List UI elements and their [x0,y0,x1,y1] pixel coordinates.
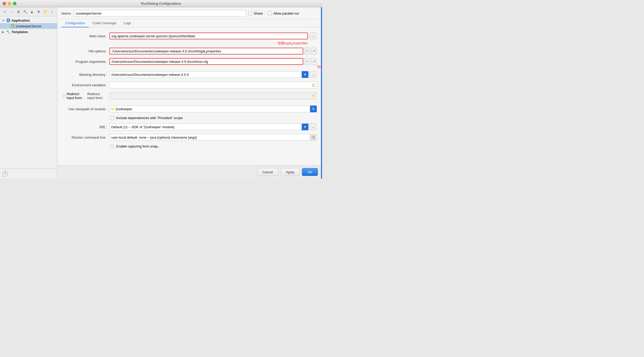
cancel-button[interactable]: Cancel [257,168,278,176]
tree-item-application[interactable]: ▼ A Application [0,17,57,23]
include-dependencies-checkbox[interactable] [110,116,114,120]
redirect-input-browse-button[interactable]: 📁 [310,93,317,99]
working-directory-label: Working directory: [63,73,109,77]
expand-arrow-templates: ▶ [2,30,5,33]
env-variables-row: Environment variables: 📋 [63,82,317,88]
working-directory-wrapper: ▼ [109,71,308,78]
jre-browse-button[interactable]: ... [309,124,317,130]
templates-label: Templates [11,30,28,34]
jre-label: JRE: [63,125,109,129]
enable-capturing-row: Enable capturing form snap... [110,144,317,148]
bottom-buttons: Cancel Apply OK [57,165,322,178]
right-panel: Name: Share Allow parallel run Configura… [57,7,322,178]
tab-code-coverage[interactable]: Code Coverage [89,19,120,27]
shorten-cmd-row: Shorten command line: ⇅ [63,134,317,141]
help-icon: ? [4,172,6,175]
share-area: Share Allow parallel run [249,11,299,15]
redirect-input-checkbox[interactable] [63,94,65,98]
jre-row: JRE: ▼ ... [63,124,317,130]
module-folder-icon: 📁 [111,107,115,111]
include-dependencies-row: Include dependencies with "Provided" sco… [110,116,317,120]
vm-options-add-button[interactable]: + [304,48,310,54]
shorten-cmd-control: ⇅ [109,134,317,141]
allow-parallel-label: Allow parallel run [273,11,299,15]
enable-capturing-checkbox[interactable] [110,145,114,148]
working-directory-input[interactable] [109,71,308,78]
content-area: Main class: ... 加载log4j.properties VM op… [57,27,322,165]
run-config-icon: ▶ [10,24,15,28]
shorten-cmd-label: Shorten command line: [63,136,109,139]
jre-control: ▼ ... [109,124,317,130]
redirect-input-row: Redirect input from: Redirect input from… [63,92,317,100]
remove-configuration-button[interactable]: − [9,9,15,15]
tab-logs[interactable]: Logs [120,19,134,27]
annotation-log4j: 加载log4j.properties [277,41,307,46]
redirect-input-control: 📁 [109,93,317,99]
expand-arrow-application: ▼ [2,19,5,22]
application-label: Application [11,19,30,22]
classpath-module-control: 📁 ⇅ [109,106,317,112]
tab-configuration[interactable]: Configuration [61,19,89,27]
window-controls[interactable] [3,2,16,5]
program-arguments-input[interactable] [109,58,303,65]
env-variables-control: 📋 [109,82,317,88]
vm-options-expand-button[interactable]: ↗ [311,48,317,54]
close-button[interactable] [3,2,6,5]
working-directory-control: ▼ ... [109,71,317,78]
name-row: Name: Share Allow parallel run [57,7,322,19]
share-checkbox[interactable] [249,11,252,15]
apply-button[interactable]: Apply [281,168,300,176]
include-dependencies-label: Include dependencies with "Provided" sco… [116,116,183,120]
main-class-control: ... [109,33,317,39]
move-down-button[interactable]: ▼ [36,9,41,15]
left-panel-bottom: ? [0,168,57,178]
vm-options-control: + ↗ [109,48,317,54]
left-toolbar: + − ⧉ 🔧 ▲ ▼ 📁 ↕ [0,7,57,16]
window-title: Run/Debug Configurations [141,2,181,5]
program-args-expand-button[interactable]: ↗ [311,58,317,65]
shorten-cmd-input[interactable] [109,134,317,141]
jre-wrapper: ▼ [109,124,308,130]
main-class-browse-button[interactable]: ... [309,33,317,39]
main-class-row: Main class: ... [63,33,317,39]
redirect-label-text: Redirect input from: [87,92,107,100]
move-up-button[interactable]: ▲ [29,9,35,15]
vm-options-input[interactable] [109,48,303,54]
settings-button[interactable]: 🔧 [22,9,28,15]
help-button[interactable]: ? [2,171,8,176]
tree-item-templates[interactable]: ▶ 🔧 Templates [0,29,57,35]
redirect-input-field[interactable] [109,93,317,99]
allow-parallel-checkbox[interactable] [268,11,272,15]
zookeeper-server-label: zookeeperServer [16,24,41,28]
tree-item-zookeeper-server[interactable]: ▶ ▶ zookeeperServer [0,23,57,29]
copy-configuration-button[interactable]: ⧉ [16,9,21,15]
redirect-input-label: Redirect input from: [67,92,86,100]
main-container: + − ⧉ 🔧 ▲ ▼ 📁 ↕ ▼ A Application ▶ [0,7,322,178]
folder-button[interactable]: 📁 [42,9,48,15]
main-class-input[interactable] [109,33,308,39]
classpath-module-input[interactable] [109,106,317,112]
program-arguments-row: Program arguments: + ↗ 指定zoo.cfg的位置 [63,58,317,65]
program-args-add-button[interactable]: + [304,58,310,65]
name-input[interactable] [74,10,246,17]
annotation-log4j-row: 加载log4j.properties [63,41,307,46]
share-label: Share [254,11,263,15]
sort-button[interactable]: ↕ [49,9,55,15]
enable-capturing-label: Enable capturing form snap... [116,144,160,148]
main-class-label: Main class: [63,34,109,38]
name-field-label: Name: [61,11,71,15]
env-variables-label: Environment variables: [63,83,109,87]
wrench-icon: 🔧 [6,30,10,34]
application-icon: A [6,18,10,22]
tab-bar: Configuration Code Coverage Logs [57,19,322,27]
minimize-button[interactable] [8,2,11,5]
env-variables-input[interactable] [109,82,317,88]
jre-input[interactable] [109,124,308,130]
ok-button[interactable]: OK [302,168,318,176]
maximize-button[interactable] [13,2,16,5]
env-variables-browse-button[interactable]: 📋 [310,82,317,88]
right-border-decoration [321,7,322,178]
working-directory-browse-button[interactable]: ... [309,71,317,78]
add-configuration-button[interactable]: + [2,9,8,15]
classpath-module-row: Use classpath of module: 📁 ⇅ [63,106,317,112]
